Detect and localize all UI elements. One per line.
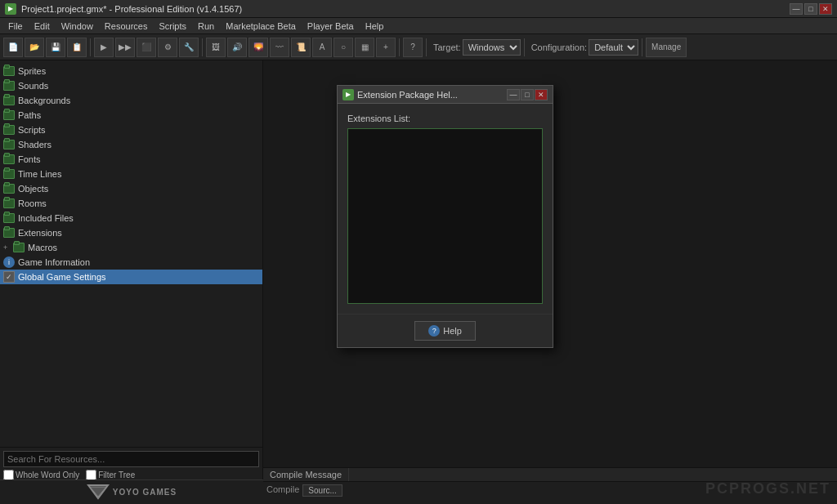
menu-edit[interactable]: Edit bbox=[29, 20, 55, 33]
room-btn[interactable]: ▦ bbox=[355, 38, 374, 57]
add-btn[interactable]: + bbox=[376, 38, 396, 57]
tree-item-timelines[interactable]: Time Lines bbox=[0, 167, 262, 181]
fonts-folder-icon bbox=[3, 154, 15, 164]
extensions-label: Extensions bbox=[18, 228, 62, 238]
clean-button[interactable]: 🔧 bbox=[179, 38, 199, 57]
play-debug-button[interactable]: ▶▶ bbox=[115, 38, 135, 57]
macros-expand-icon: + bbox=[3, 243, 11, 252]
tree-item-rooms[interactable]: Rooms bbox=[0, 196, 262, 211]
toolbar-separator-4 bbox=[426, 38, 427, 56]
tree-item-scripts[interactable]: Scripts bbox=[0, 123, 262, 137]
manage-button[interactable]: Manage bbox=[646, 38, 687, 57]
shaders-folder-icon bbox=[3, 140, 15, 149]
paths-folder-icon bbox=[3, 110, 15, 120]
menu-run[interactable]: Run bbox=[193, 20, 219, 33]
menubar: File Edit Window Resources Scripts Run M… bbox=[0, 18, 837, 34]
toolbar: 📄 📂 💾 📋 ▶ ▶▶ ⬛ ⚙ 🔧 🖼 🔊 🌄 〰 📜 A ○ ▦ + ? T… bbox=[0, 34, 837, 60]
config-label: Configuration: bbox=[531, 42, 588, 52]
font-btn[interactable]: A bbox=[312, 38, 332, 57]
sound-btn[interactable]: 🔊 bbox=[227, 38, 247, 57]
tree-item-sounds[interactable]: Sounds bbox=[0, 78, 262, 93]
objects-label: Objects bbox=[18, 184, 48, 194]
build-button[interactable]: ⚙ bbox=[158, 38, 177, 57]
tree-item-fonts[interactable]: Fonts bbox=[0, 152, 262, 167]
bg-btn[interactable]: 🌄 bbox=[248, 38, 268, 57]
content-area: ▶ Extension Package Hel... — □ ✕ Extensi… bbox=[263, 60, 837, 504]
scripts-label: Scripts bbox=[18, 125, 46, 135]
script-btn[interactable]: 📜 bbox=[291, 38, 311, 57]
timelines-folder-icon bbox=[3, 169, 15, 179]
maximize-button[interactable]: □ bbox=[804, 3, 817, 15]
compile-message-tab[interactable]: Compile Message bbox=[263, 468, 349, 481]
open-button[interactable]: 📂 bbox=[25, 38, 44, 57]
yoyo-logo: YOYO GAMES bbox=[87, 484, 177, 502]
tree-item-game-information[interactable]: i Game Information bbox=[0, 255, 262, 270]
macros-folder-icon bbox=[13, 243, 25, 252]
tree-item-sprites[interactable]: Sprites bbox=[0, 64, 262, 78]
menu-window[interactable]: Window bbox=[56, 20, 98, 33]
play-button[interactable]: ▶ bbox=[94, 38, 114, 57]
included-files-folder-icon bbox=[3, 213, 15, 223]
dialog-maximize-button[interactable]: □ bbox=[521, 89, 534, 100]
close-button[interactable]: ✕ bbox=[819, 3, 832, 15]
dialog-win-controls: — □ ✕ bbox=[507, 89, 548, 100]
help-button[interactable]: ? Help bbox=[414, 321, 476, 341]
sprites-folder-icon bbox=[3, 66, 15, 76]
paths-label: Paths bbox=[18, 110, 41, 120]
timelines-label: Time Lines bbox=[18, 169, 61, 179]
menu-player[interactable]: Player Beta bbox=[302, 20, 359, 33]
tree-item-backgrounds[interactable]: Backgrounds bbox=[0, 93, 262, 108]
config-select[interactable]: Default bbox=[589, 39, 638, 56]
sprites-label: Sprites bbox=[18, 66, 46, 76]
target-label: Target: bbox=[433, 42, 461, 52]
target-select[interactable]: Windows bbox=[463, 39, 521, 56]
extensions-folder-icon bbox=[3, 228, 15, 238]
minimize-button[interactable]: — bbox=[790, 3, 803, 15]
tree-item-shaders[interactable]: Shaders bbox=[0, 137, 262, 152]
dialog-titlebar: ▶ Extension Package Hel... — □ ✕ bbox=[338, 86, 553, 104]
sounds-label: Sounds bbox=[18, 81, 48, 91]
sounds-folder-icon bbox=[3, 81, 15, 91]
tree-item-global-game-settings[interactable]: ✓ Global Game Settings bbox=[0, 270, 262, 284]
tree-item-included-files[interactable]: Included Files bbox=[0, 211, 262, 225]
menu-scripts[interactable]: Scripts bbox=[154, 20, 191, 33]
sprite-btn[interactable]: 🖼 bbox=[206, 38, 226, 57]
whole-word-label: Whole Word Only bbox=[16, 471, 79, 479]
dialog-footer: ? Help bbox=[338, 314, 553, 347]
titlebar: ▶ Project1.project.gmx* - Professional E… bbox=[0, 0, 837, 18]
compile-label: Compile bbox=[266, 484, 299, 497]
path-btn[interactable]: 〰 bbox=[270, 38, 289, 57]
help-btn[interactable]: ? bbox=[403, 38, 423, 57]
search-input[interactable] bbox=[3, 451, 259, 467]
fonts-label: Fonts bbox=[18, 154, 41, 164]
macros-label: Macros bbox=[28, 243, 57, 252]
tree-item-paths[interactable]: Paths bbox=[0, 108, 262, 123]
objects-folder-icon bbox=[3, 184, 15, 194]
new-button[interactable]: 📄 bbox=[3, 38, 23, 57]
dialog-title: Extension Package Hel... bbox=[357, 90, 507, 100]
save-button[interactable]: 💾 bbox=[46, 38, 65, 57]
menu-resources[interactable]: Resources bbox=[100, 20, 153, 33]
global-game-settings-label: Global Game Settings bbox=[18, 272, 106, 282]
stop-button[interactable]: ⬛ bbox=[137, 38, 156, 57]
dialog-close-button[interactable]: ✕ bbox=[535, 89, 548, 100]
filter-tree-label: Filter Tree bbox=[98, 471, 135, 479]
extensions-list-label: Extensions List: bbox=[347, 114, 543, 123]
toolbar-separator-2 bbox=[202, 38, 203, 56]
save-as-button[interactable]: 📋 bbox=[67, 38, 87, 57]
menu-help[interactable]: Help bbox=[360, 20, 389, 33]
source-tab[interactable]: Sourc... bbox=[302, 484, 342, 497]
tree-item-extensions[interactable]: Extensions bbox=[0, 225, 262, 240]
rooms-folder-icon bbox=[3, 198, 15, 208]
tree-item-objects[interactable]: Objects bbox=[0, 181, 262, 196]
toolbar-separator-1 bbox=[90, 38, 91, 56]
menu-file[interactable]: File bbox=[3, 20, 28, 33]
menu-marketplace[interactable]: Marketplace Beta bbox=[221, 20, 301, 33]
backgrounds-folder-icon bbox=[3, 96, 15, 105]
dialog-minimize-button[interactable]: — bbox=[507, 89, 520, 100]
game-info-icon: i bbox=[3, 256, 15, 268]
tree-item-macros[interactable]: + Macros bbox=[0, 240, 262, 255]
obj-btn[interactable]: ○ bbox=[333, 38, 353, 57]
help-label: Help bbox=[443, 326, 462, 336]
backgrounds-label: Backgrounds bbox=[18, 96, 70, 105]
